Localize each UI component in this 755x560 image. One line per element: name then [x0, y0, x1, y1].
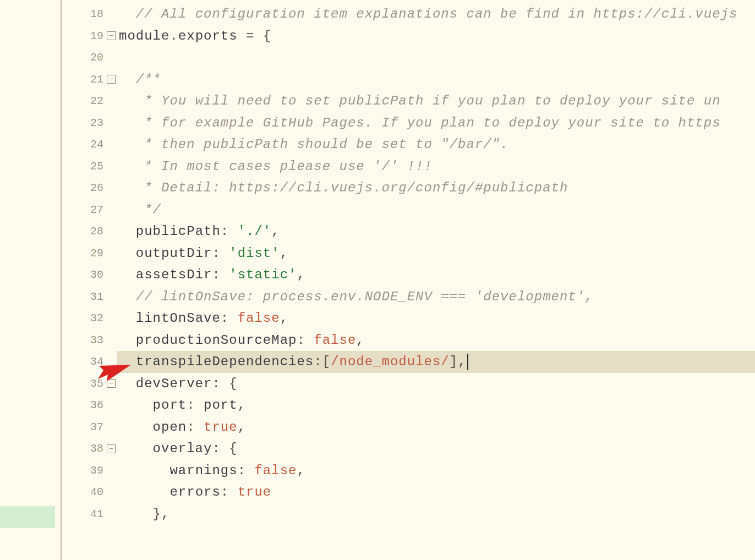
token: : — [187, 398, 204, 413]
line-number: 41 — [76, 508, 117, 520]
token: // lintOnSave: process.env.NODE_ENV === … — [136, 289, 594, 304]
gutter-row: 28 — [62, 221, 117, 243]
token — [119, 354, 136, 369]
line-number: 30 — [76, 268, 117, 281]
token: productionSourceMap — [136, 333, 297, 348]
gutter-row: 32 — [62, 308, 117, 330]
code-line[interactable]: port: port, — [117, 394, 755, 416]
token — [119, 289, 136, 304]
code-line[interactable]: productionSourceMap: false, — [117, 330, 755, 352]
line-number: 33 — [76, 334, 117, 347]
gutter-row: 38− — [62, 438, 117, 460]
gutter-row: 25 — [62, 156, 117, 178]
gutter-row: 40 — [62, 481, 117, 503]
token — [119, 507, 153, 521]
token: , — [356, 333, 364, 348]
code-area[interactable]: // All configuration item explanations c… — [117, 0, 755, 560]
code-line[interactable]: /** — [117, 69, 755, 91]
code-line[interactable]: // lintOnSave: process.env.NODE_ENV === … — [117, 286, 755, 308]
code-line[interactable]: warnings: false, — [117, 460, 755, 482]
token: port — [153, 398, 187, 413]
code-line[interactable]: outputDir: 'dist', — [117, 243, 755, 265]
token: devServer — [136, 376, 212, 391]
token — [119, 137, 144, 152]
fold-toggle-icon[interactable]: − — [107, 31, 116, 40]
token — [119, 224, 136, 239]
token: : — [221, 311, 238, 326]
token — [119, 333, 136, 348]
token — [119, 180, 144, 195]
code-line[interactable]: transpileDependencies:[/node_modules/], — [117, 351, 755, 373]
token: : — [238, 463, 255, 478]
line-number: 18 — [76, 8, 117, 20]
line-number: 29 — [76, 247, 117, 260]
line-number: 23 — [76, 117, 117, 129]
token: . — [169, 29, 178, 43]
code-line[interactable]: overlay: { — [117, 438, 755, 460]
token: ] — [450, 354, 458, 369]
left-margin — [0, 0, 62, 560]
token: port — [204, 398, 238, 413]
token: assetsDir — [136, 267, 212, 282]
code-line[interactable]: * for example GitHub Pages. If you plan … — [117, 112, 755, 134]
code-line[interactable]: * In most cases please use '/' !!! — [117, 156, 755, 178]
line-number: 40 — [76, 486, 117, 498]
token: [ — [322, 354, 331, 369]
token — [119, 376, 136, 391]
fold-toggle-icon[interactable]: − — [107, 379, 116, 388]
token — [119, 267, 136, 282]
token: * then publicPath should be set to "/bar… — [144, 137, 508, 152]
line-number: 20 — [76, 51, 117, 64]
change-marker — [0, 506, 55, 528]
gutter-row: 29 — [62, 243, 117, 265]
token: { — [229, 376, 237, 391]
fold-toggle-icon[interactable]: − — [107, 75, 116, 84]
code-line[interactable]: lintOnSave: false, — [117, 308, 755, 330]
code-line[interactable]: publicPath: './', — [117, 221, 755, 243]
line-number: 31 — [76, 290, 117, 303]
gutter-row: 22 — [62, 90, 117, 112]
token: * Detail: https://cli.vuejs.org/config/#… — [144, 180, 568, 195]
token: outputDir — [136, 246, 212, 261]
code-line[interactable] — [117, 47, 755, 69]
gutter-row: 27 — [62, 199, 117, 221]
token: module — [119, 29, 169, 43]
code-line[interactable]: * then publicPath should be set to "/bar… — [117, 134, 755, 156]
token: './' — [238, 224, 272, 239]
gutter-row: 23 — [62, 112, 117, 134]
code-line[interactable]: }, — [117, 503, 755, 525]
token: publicPath — [136, 224, 221, 239]
code-line[interactable]: open: true, — [117, 416, 755, 438]
code-editor[interactable]: 1819−2021−2223242526272829303132333435−3… — [0, 0, 755, 560]
gutter-row: 37 — [62, 416, 117, 438]
line-number: 27 — [76, 204, 117, 216]
gutter-row: 26 — [62, 177, 117, 199]
code-line[interactable]: * Detail: https://cli.vuejs.org/config/#… — [117, 177, 755, 199]
code-line[interactable]: devServer: { — [117, 373, 755, 395]
gutter-row: 19− — [62, 25, 117, 47]
line-number: 37 — [76, 421, 117, 433]
token: /node_modules/ — [331, 354, 450, 369]
token: , — [458, 354, 466, 369]
token — [119, 202, 144, 217]
token — [119, 311, 136, 326]
token: * In most cases please use '/' !!! — [144, 159, 433, 174]
token: warnings — [169, 463, 237, 478]
gutter-row: 31 — [62, 286, 117, 308]
code-line[interactable]: * You will need to set publicPath if you… — [117, 90, 755, 112]
token: false — [314, 333, 356, 348]
fold-toggle-icon[interactable]: − — [107, 444, 116, 453]
token: false — [238, 311, 280, 326]
token: 'static' — [229, 267, 297, 282]
token: , — [238, 420, 246, 435]
code-line[interactable]: assetsDir: 'static', — [117, 264, 755, 286]
code-line[interactable]: module.exports = { — [117, 25, 755, 47]
token: true — [238, 485, 272, 499]
token: , — [297, 463, 305, 478]
code-line[interactable]: */ — [117, 199, 755, 221]
gutter-row: 34 — [62, 351, 117, 373]
token — [119, 94, 144, 108]
code-line[interactable]: errors: true — [117, 481, 755, 503]
code-line[interactable]: // All configuration item explanations c… — [117, 3, 755, 25]
token: : — [297, 333, 314, 348]
